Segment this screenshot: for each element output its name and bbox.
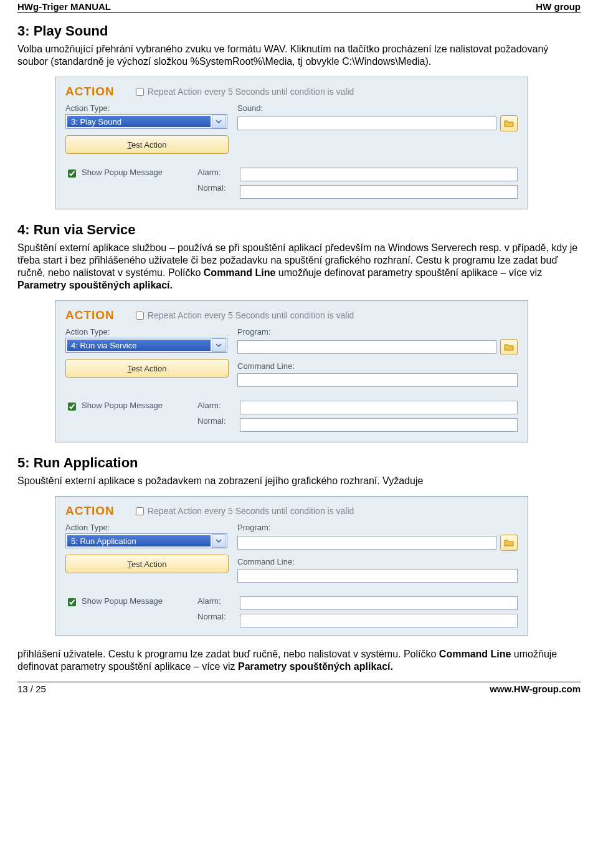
program-input[interactable] xyxy=(237,536,496,550)
header-left: HWg-Triger MANUAL xyxy=(17,1,111,12)
cmdline-input[interactable] xyxy=(237,373,518,387)
repeat-checkbox[interactable] xyxy=(136,507,144,515)
action-type-value: 5: Run Application xyxy=(67,535,211,546)
alarm-input[interactable] xyxy=(240,596,518,610)
action-type-label: Action Type: xyxy=(65,327,227,336)
footer-page: 13 / 25 xyxy=(17,684,46,694)
alarm-label: Alarm: xyxy=(197,168,232,177)
show-popup-checkbox[interactable] xyxy=(68,403,76,411)
action-panel-5: ACTION Repeat Action every 5 Seconds unt… xyxy=(55,496,528,636)
browse-button[interactable] xyxy=(500,535,518,551)
chevron-down-icon[interactable] xyxy=(212,534,225,548)
show-popup-label: Show Popup Message xyxy=(82,168,163,177)
section4-para: Spuštění externí aplikace službou – použ… xyxy=(17,242,581,292)
test-action-label: Test Action xyxy=(128,560,167,569)
program-label: Program: xyxy=(237,327,518,336)
alarm-label: Alarm: xyxy=(197,596,232,606)
action-title: ACTION xyxy=(65,504,115,518)
test-action-button[interactable]: TTest Actionest Action xyxy=(65,135,229,154)
action-type-label: Action Type: xyxy=(65,103,227,113)
section3-para: Volba umožňující přehrání vybraného zvuk… xyxy=(17,43,581,68)
chevron-down-icon[interactable] xyxy=(212,115,225,128)
action-type-value: 3: Play Sound xyxy=(67,116,211,127)
program-label: Program: xyxy=(237,523,518,532)
action-type-label: Action Type: xyxy=(65,523,227,532)
cmdline-label: Command Line: xyxy=(237,361,518,371)
folder-open-icon xyxy=(504,538,514,547)
show-popup-checkbox[interactable] xyxy=(68,598,76,606)
show-popup-label: Show Popup Message xyxy=(82,401,163,410)
browse-button[interactable] xyxy=(500,115,518,131)
section5-title: 5: Run Application xyxy=(17,455,581,471)
alarm-label: Alarm: xyxy=(197,401,232,410)
normal-label: Normal: xyxy=(197,183,232,193)
alarm-input[interactable] xyxy=(240,168,518,181)
action-type-value: 4: Run via Service xyxy=(67,340,211,351)
repeat-checkbox[interactable] xyxy=(136,312,144,320)
alarm-input[interactable] xyxy=(240,401,518,414)
folder-open-icon xyxy=(504,119,514,128)
chevron-down-icon[interactable] xyxy=(212,338,225,352)
show-popup-label: Show Popup Message xyxy=(82,596,163,606)
normal-input[interactable] xyxy=(240,418,518,432)
normal-input[interactable] xyxy=(240,614,518,627)
browse-button[interactable] xyxy=(500,339,518,355)
section5-para-bottom: přihlášení uživatele. Cestu k programu l… xyxy=(17,648,581,673)
footer-url: www.HW-group.com xyxy=(490,684,581,694)
repeat-checkbox[interactable] xyxy=(136,88,144,96)
sound-input[interactable] xyxy=(237,117,496,130)
cmdline-input[interactable] xyxy=(237,569,518,583)
repeat-label: Repeat Action every 5 Seconds until cond… xyxy=(148,87,354,97)
test-action-button[interactable]: Test Action xyxy=(65,555,229,573)
action-panel-3: ACTION Repeat Action every 5 Seconds unt… xyxy=(55,77,528,209)
action-type-select[interactable]: 3: Play Sound xyxy=(65,114,227,129)
show-popup-checkbox[interactable] xyxy=(68,169,76,178)
action-title: ACTION xyxy=(65,308,115,322)
action-type-select[interactable]: 5: Run Application xyxy=(65,533,227,548)
test-action-label: TTest Actionest Action xyxy=(128,140,167,150)
action-type-select[interactable]: 4: Run via Service xyxy=(65,338,227,353)
test-action-button[interactable]: Test Action xyxy=(65,359,229,378)
header-right: HW group xyxy=(536,1,581,12)
normal-label: Normal: xyxy=(197,416,232,426)
sound-label: Sound: xyxy=(237,103,518,113)
section4-title: 4: Run via Service xyxy=(17,222,581,238)
test-action-label: Test Action xyxy=(128,364,167,373)
action-title: ACTION xyxy=(65,85,115,98)
action-panel-4: ACTION Repeat Action every 5 Seconds unt… xyxy=(55,300,528,442)
repeat-label: Repeat Action every 5 Seconds until cond… xyxy=(148,310,354,320)
normal-label: Normal: xyxy=(197,612,232,621)
section5-para-top: Spouštění externí aplikace s požadavkem … xyxy=(17,475,581,487)
program-input[interactable] xyxy=(237,340,496,354)
normal-input[interactable] xyxy=(240,185,518,199)
repeat-label: Repeat Action every 5 Seconds until cond… xyxy=(148,506,354,516)
section3-title: 3: Play Sound xyxy=(17,23,581,39)
folder-open-icon xyxy=(504,343,514,351)
cmdline-label: Command Line: xyxy=(237,557,518,566)
